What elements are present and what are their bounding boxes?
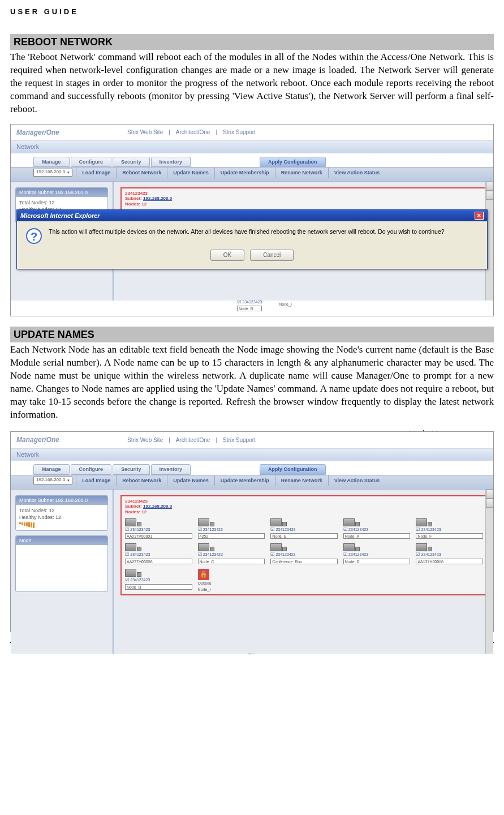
node-checkbox[interactable]: 234123423 (343, 527, 411, 533)
body-reboot-network: The 'Reboot Network' command will reboot… (10, 51, 494, 116)
screenshot-update-names: Manager/One Strix Web Site | Architect/O… (10, 431, 494, 632)
toplink[interactable]: Architect/One (176, 436, 210, 444)
node-icon[interactable] (125, 543, 136, 551)
panel-subnet[interactable]: 192.168.200.0 (143, 504, 172, 509)
node-sub-icon (210, 522, 214, 526)
app-title: Manager/One (16, 128, 59, 137)
node-item: 234123423Conference_Roo (270, 543, 338, 564)
node-panel: 234123423 Subnet: 192.168.200.0 Nodes: 1… (120, 495, 488, 595)
node-name-input[interactable]: Node_A (343, 533, 411, 539)
app-title: Manager/One (16, 435, 59, 444)
node-checkbox[interactable]: 234123423 (125, 552, 192, 558)
node-checkbox[interactable]: 234123423 (198, 527, 265, 533)
node-icon[interactable] (270, 518, 282, 526)
subtab-rename-network[interactable]: Rename Network (275, 475, 328, 486)
node-icon[interactable] (416, 543, 427, 551)
tab-apply-configuration[interactable]: Apply Configuration (260, 464, 326, 474)
tab-configure[interactable]: Configure (71, 157, 112, 167)
node-name-input[interactable]: Conference_Roo (270, 559, 338, 564)
node-sub-icon (428, 547, 432, 551)
node-item: 234123423AA137H00066 (416, 543, 483, 564)
node-icon[interactable] (270, 543, 282, 551)
node-name-input[interactable]: AA237P00001 (125, 533, 192, 539)
subtab-update-names[interactable]: Update Names (167, 475, 214, 486)
subnet-dropdown[interactable]: 192.168.200.0 (33, 169, 72, 177)
body-update-names: Each Network Node has an editable text f… (10, 344, 494, 422)
node-checkbox[interactable]: 234123423 (270, 552, 338, 558)
node-name-input[interactable]: Node_B (237, 306, 262, 311)
tab-inventory[interactable]: Inventory (151, 464, 191, 474)
tab-manage[interactable]: Manage (33, 464, 70, 474)
node-icon[interactable] (198, 543, 209, 551)
monitor-subnet-panel: Monitor Subnet 192.168.200.0 Total Nodes… (15, 495, 108, 531)
tab-apply-configuration[interactable]: Apply Configuration (260, 157, 326, 167)
close-icon[interactable]: ✕ (475, 212, 484, 220)
subtab-load-image[interactable]: Load Image (76, 168, 116, 178)
node-checkbox[interactable]: 234123423 (270, 527, 338, 533)
tab-security[interactable]: Security (113, 464, 150, 474)
subtab-update-membership[interactable]: Update Membership (214, 168, 275, 178)
node-item: 234123423Node_B (125, 569, 192, 592)
scrollbar[interactable] (485, 490, 493, 654)
node-checkbox[interactable]: 234123423 (125, 577, 192, 584)
node-icon[interactable] (198, 518, 209, 526)
network-bar: Network (11, 140, 493, 153)
node-item: 234123423AA237H00058 (125, 543, 192, 564)
node-item: 234123423AA237P00001 (125, 518, 192, 539)
node-icon[interactable] (125, 569, 136, 577)
node-checkbox[interactable]: 234123423 (198, 552, 265, 558)
node-name-input[interactable]: Node_F (416, 533, 483, 539)
ok-button[interactable]: OK (210, 250, 244, 261)
subnet-dropdown[interactable]: 192.168.200.0 (33, 477, 72, 484)
toplink[interactable]: Strix Support (223, 128, 256, 136)
subtab-rename-network[interactable]: Rename Network (275, 168, 328, 178)
subtab-update-names[interactable]: Update Names (167, 168, 214, 178)
node-name-input[interactable]: Node_B (125, 584, 192, 590)
node-icon[interactable] (416, 518, 427, 526)
node-checkbox[interactable]: 234123423 (416, 552, 483, 558)
node-item: 234123423Node_A (343, 518, 411, 539)
subtab-view-action-status[interactable]: View Action Status (328, 168, 386, 178)
tab-configure[interactable]: Configure (71, 464, 112, 474)
node-sub-icon (210, 547, 214, 551)
node-name-input[interactable]: Node_C (198, 559, 265, 564)
locked-label: Outside (198, 581, 265, 586)
subtab-reboot-network[interactable]: Reboot Network (116, 475, 167, 486)
locked-sub: Node_I (198, 587, 265, 592)
node-item: 234123423Node_D (343, 543, 411, 564)
node-icon[interactable] (343, 543, 355, 551)
toplink[interactable]: Strix Support (223, 436, 256, 444)
toplink[interactable]: Strix Web Site (127, 436, 163, 444)
node-checkbox[interactable]: 234123423 (343, 552, 411, 558)
tab-security[interactable]: Security (113, 157, 150, 167)
total-nodes: Total Nodes: 12 (19, 507, 104, 514)
tab-manage[interactable]: Manage (33, 157, 70, 167)
confirm-dialog: Microsoft Internet Explorer ✕ ? This act… (16, 209, 488, 269)
toplink[interactable]: Architect/One (176, 128, 210, 136)
node-name-input[interactable]: Node_E (270, 533, 338, 539)
node-side-label: Node_I (279, 302, 292, 311)
node-name-input[interactable]: 4252 (198, 533, 265, 539)
node-checkbox[interactable]: 234123423 (416, 527, 483, 533)
node-item-locked: OutsideNode_I (198, 569, 265, 592)
node-detail-title: Node (16, 536, 107, 545)
subtab-reboot-network[interactable]: Reboot Network (116, 168, 167, 178)
screenshot-reboot-dialog: Manager/One Strix Web Site | Architect/O… (10, 124, 494, 316)
node-name-input[interactable]: AA237H00058 (125, 559, 192, 564)
node-icon[interactable] (125, 518, 136, 526)
subtab-load-image[interactable]: Load Image (76, 475, 116, 486)
total-nodes: Total Nodes: 12 (19, 199, 104, 206)
tab-inventory[interactable]: Inventory (151, 157, 191, 167)
subtab-view-action-status[interactable]: View Action Status (328, 475, 386, 486)
node-name-input[interactable]: AA137H00066 (416, 559, 483, 564)
header-user-guide: USER GUIDE (10, 7, 494, 17)
toplink[interactable]: Strix Web Site (127, 128, 163, 136)
panel-subnet[interactable]: 192.168.200.0 (143, 196, 172, 201)
node-checkbox[interactable]: 234123423 (125, 527, 192, 533)
subtab-update-membership[interactable]: Update Membership (214, 475, 275, 486)
node-name-input[interactable]: Node_D (343, 559, 411, 564)
node-sub-icon (282, 547, 287, 551)
node-icon[interactable] (343, 518, 355, 526)
node-checkbox[interactable]: 234123423 (237, 299, 262, 306)
cancel-button[interactable]: Cancel (250, 250, 294, 261)
